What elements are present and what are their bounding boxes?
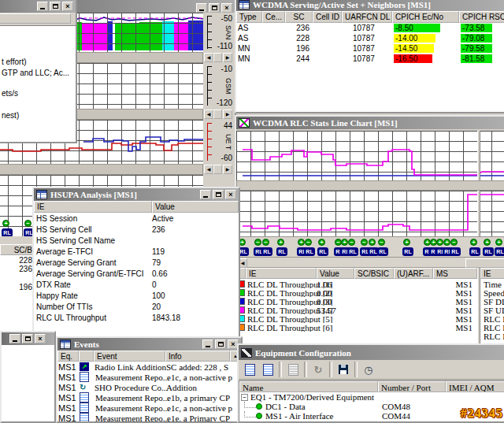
- sc-value[interactable]: [0, 273, 35, 283]
- equipment-titlebar[interactable]: Equipment Configuration: [239, 345, 504, 360]
- rlc-row[interactable]: RLC DL Throughput [6] MS1: [236, 323, 477, 332]
- minimize-button[interactable]: [196, 3, 207, 13]
- rl-event-icon[interactable]: +RL: [317, 239, 328, 256]
- pane-splitter[interactable]: [477, 131, 480, 180]
- table-splitter[interactable]: [477, 268, 480, 354]
- rl-event-icon[interactable]: −RL: [377, 239, 388, 256]
- tree-collapse-icon[interactable]: −: [241, 394, 248, 401]
- serving-titlebar[interactable]: WCDMA Serving/Active Set + Neighbors [MS…: [236, 0, 504, 11]
- sc-column-header[interactable]: SC/B: [0, 244, 35, 255]
- sc-value[interactable]: 236: [0, 265, 35, 273]
- events-titlebar[interactable]: Events ×: [57, 338, 241, 351]
- col-ce[interactable]: Ce...: [262, 11, 285, 23]
- save-button[interactable]: [335, 361, 352, 378]
- bottom-left-titlebar[interactable]: ×: [2, 332, 54, 345]
- rl-event-icon[interactable]: +RL: [495, 239, 504, 256]
- equip-col-imei[interactable]: IMEI / AQM: [446, 381, 504, 392]
- col-ecno[interactable]: CPICH Ec/No: [392, 11, 459, 23]
- pane-splitter[interactable]: [477, 191, 480, 236]
- rl-event-icon[interactable]: +RL: [469, 239, 480, 256]
- rl-event-icon[interactable]: +RL: [402, 239, 413, 256]
- col-cellid[interactable]: Cell ID: [313, 11, 342, 23]
- event-row[interactable]: MS1 ↻ SHO Procedure Co...Addition: [57, 382, 241, 392]
- rlc-row[interactable]: RLC DL Throughput [3]0.00 MS1: [236, 297, 477, 306]
- clock-button[interactable]: ◷: [360, 361, 377, 378]
- col-type[interactable]: Type: [236, 11, 262, 23]
- event-row[interactable]: MS1 Measurement Repo...e1c, a non-active…: [57, 403, 241, 413]
- info-titlebar[interactable]: ×: [0, 0, 76, 13]
- rl-event-icon[interactable]: −RL: [304, 239, 315, 256]
- rlc-right-col-ie[interactable]: IE: [480, 268, 504, 279]
- sc-value[interactable]: 196: [0, 283, 35, 291]
- event-row[interactable]: MS1 Measurement Repo...e1c, a non-active…: [57, 372, 241, 382]
- rlc-hscrollbar[interactable]: ◀: [236, 257, 504, 268]
- rl-event-icon[interactable]: +RL: [483, 239, 494, 256]
- refresh-button[interactable]: ↻: [309, 361, 327, 378]
- add-log-button[interactable]: +: [242, 361, 259, 378]
- maximize-button[interactable]: [50, 2, 61, 11]
- hsupa-titlebar[interactable]: HSUPA Analysis [MS1] ×: [34, 188, 239, 201]
- rlc-row[interactable]: RLC DL Throughput [1]1.06 MS1: [236, 280, 477, 288]
- hsupa-col-value[interactable]: Value: [152, 201, 239, 213]
- rlc-col-uarf[interactable]: (U)ARF...: [394, 268, 433, 279]
- scroll-left-icon[interactable]: ◀: [204, 109, 213, 119]
- event-row[interactable]: MS1 ↗ Radio Link AdditionSC added: 228 ,…: [57, 362, 241, 372]
- scroll-thumb[interactable]: [213, 109, 222, 119]
- hsupa-row[interactable]: Average E-TFCI119: [34, 246, 239, 257]
- open-log-button[interactable]: [259, 361, 276, 378]
- rlc-upper-chart-pane[interactable]: [236, 131, 504, 180]
- close-icon[interactable]: ×: [221, 3, 232, 13]
- rlc-col-scbsic[interactable]: SC/BSIC: [354, 268, 394, 279]
- hsupa-col-ie[interactable]: IE: [34, 201, 152, 213]
- equip-col-port[interactable]: Number / Port: [378, 381, 446, 392]
- maximize-button[interactable]: [215, 340, 226, 349]
- scroll-thumb[interactable]: [213, 165, 222, 174]
- hsupa-row[interactable]: Average Serving Grant79: [34, 257, 239, 268]
- rlc-row[interactable]: RLC DL Throughput [5] MS1: [236, 314, 477, 323]
- rlc-right-row[interactable]: RLC D: [484, 332, 504, 341]
- hsupa-row[interactable]: Happy Rate100: [34, 290, 239, 301]
- hsupa-row[interactable]: HS Serving Cell236: [34, 224, 239, 235]
- sc-value[interactable]: 228: [0, 255, 35, 265]
- rl-event-icon[interactable]: +RL: [2, 220, 13, 237]
- minimize-button[interactable]: [37, 2, 48, 11]
- rlc-col-ms[interactable]: MS: [433, 268, 477, 279]
- scroll-right-icon[interactable]: ▶: [223, 53, 232, 62]
- hsupa-row[interactable]: DTX Rate0: [34, 279, 239, 290]
- rl-event-icon[interactable]: −RL: [450, 239, 461, 256]
- scroll-thumb[interactable]: [465, 258, 504, 268]
- minimize-button[interactable]: [202, 340, 213, 349]
- minimize-button[interactable]: [9, 334, 20, 343]
- rlc-col-ie[interactable]: IE: [246, 268, 317, 279]
- rl-event-icon[interactable]: +RL: [276, 239, 287, 256]
- rlc-lower-chart-pane[interactable]: [236, 191, 504, 236]
- scroll-left-icon[interactable]: ◀: [204, 53, 213, 62]
- close-icon[interactable]: ×: [62, 2, 73, 11]
- event-row[interactable]: MS1 Measurement Repo...e1b, a primary CP: [57, 392, 241, 403]
- hsupa-row[interactable]: HS SessionActive: [34, 213, 239, 224]
- hsupa-row[interactable]: Number Of TTIs20: [34, 301, 239, 312]
- events-col-info[interactable]: Info: [165, 351, 230, 362]
- equip-col-name[interactable]: Name: [239, 381, 378, 392]
- scroll-right-icon[interactable]: ▶: [223, 165, 232, 174]
- col-uarfcn[interactable]: UARFCN DL: [342, 11, 392, 23]
- serving-row[interactable]: AS 228 10787 -14.00 -79.08: [236, 33, 504, 43]
- rlc-col-value[interactable]: Value: [317, 268, 354, 279]
- rlc-titlebar[interactable]: WCDMA RLC Stats Line Chart [MS1]: [236, 117, 504, 129]
- serving-row[interactable]: MN 196 10787 -14.50 -79.58: [236, 43, 504, 54]
- rlc-row[interactable]: RLC DL Throughput [4]53.57 MS1: [236, 306, 477, 314]
- properties-button[interactable]: [284, 361, 302, 378]
- rl-event-icon[interactable]: −RL: [347, 239, 358, 256]
- events-col-event[interactable]: Event: [94, 351, 165, 362]
- hsupa-row[interactable]: HS Serving Cell Name: [34, 235, 239, 246]
- rlc-row[interactable]: RLC DL Throughput [2]0.00 MS1: [236, 288, 477, 297]
- maximize-button[interactable]: [213, 190, 224, 199]
- col-sc[interactable]: SC: [285, 11, 313, 23]
- scroll-right-icon[interactable]: ▶: [223, 109, 232, 119]
- close-icon[interactable]: ×: [225, 190, 236, 199]
- rl-event-icon[interactable]: −RL: [261, 239, 272, 256]
- col-rscp[interactable]: CPICH RSCP: [459, 11, 504, 23]
- scroll-thumb[interactable]: [213, 53, 222, 62]
- event-row[interactable]: MS1 Measurement Repo...e1e, a Primary CP: [57, 413, 241, 421]
- minimize-button[interactable]: [200, 190, 211, 199]
